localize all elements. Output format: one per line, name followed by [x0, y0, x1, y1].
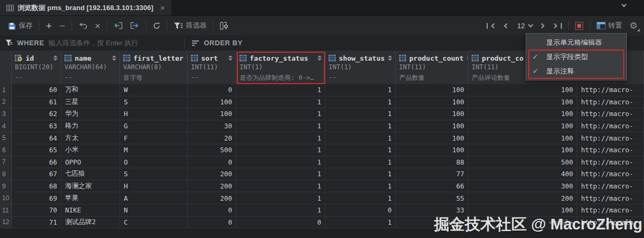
cell[interactable]: 万和 — [61, 84, 120, 96]
cell[interactable]: 100 — [396, 132, 468, 144]
row-number[interactable]: 5 — [0, 132, 12, 144]
cell[interactable]: H — [120, 108, 188, 120]
row-number[interactable]: 9 — [0, 180, 12, 192]
cell[interactable]: 60 — [12, 84, 61, 96]
cell[interactable]: 20 — [188, 132, 236, 144]
cell[interactable]: 300 — [468, 180, 577, 192]
cell[interactable]: http://macro- — [577, 168, 644, 180]
cell[interactable]: 1 — [325, 84, 396, 96]
column-header-product_count[interactable]: product_countINT(11)产品数量 — [396, 51, 468, 84]
prev-page-button[interactable] — [499, 19, 512, 32]
cell[interactable]: http://macro- — [577, 84, 644, 96]
sort-toggle-icon[interactable] — [112, 55, 117, 61]
sort-toggle-icon[interactable] — [388, 55, 393, 61]
row-number[interactable]: 8 — [0, 168, 12, 180]
cell[interactable]: S — [120, 96, 188, 108]
cell[interactable]: http://macro- — [577, 144, 644, 156]
sort-toggle-icon[interactable] — [228, 55, 234, 61]
cell[interactable]: 1 — [325, 157, 396, 168]
refresh-button[interactable] — [149, 19, 164, 32]
cell[interactable]: 三星 — [61, 96, 120, 108]
row-number[interactable]: 6 — [0, 144, 12, 156]
cell[interactable]: http://macro- — [577, 108, 644, 120]
menu-item-checked[interactable]: ✓显示字段类型 — [526, 50, 626, 64]
cell[interactable]: 1 — [236, 120, 325, 132]
cell[interactable]: 0 — [236, 217, 325, 228]
sort-toggle-icon[interactable] — [53, 55, 59, 61]
cell[interactable]: 100 — [396, 96, 468, 108]
last-page-button[interactable] — [549, 19, 566, 32]
cell[interactable]: 0 — [188, 204, 236, 216]
cell[interactable]: 海澜之家 — [61, 180, 120, 192]
cell[interactable]: 测试品牌2 — [61, 217, 120, 228]
cell[interactable]: http://macro- — [577, 120, 644, 132]
cell[interactable]: 1 — [325, 168, 396, 180]
cell[interactable]: http://macro- — [577, 180, 644, 192]
cell[interactable]: 55 — [396, 192, 468, 204]
cell[interactable]: 1 — [236, 96, 325, 108]
cell[interactable]: 100 — [188, 96, 236, 108]
undo-button[interactable] — [75, 19, 91, 32]
row-number[interactable]: 1 — [0, 84, 12, 96]
cell[interactable]: 200 — [468, 192, 577, 204]
tab-browse-data[interactable]: 浏览数据 pms_brand [192.168.3.101:3306] × — [0, 0, 171, 15]
add-row-button[interactable]: + — [42, 19, 55, 32]
cell[interactable]: 1 — [325, 120, 396, 132]
column-header-name[interactable]: nameVARCHAR(64)-- — [61, 51, 120, 84]
save-button[interactable]: 保存 — [4, 19, 36, 32]
cell[interactable]: F — [120, 132, 188, 144]
sort-toggle-icon[interactable] — [317, 55, 323, 61]
column-header-show_status[interactable]: show_statusINT(1)-- — [325, 51, 396, 84]
cell[interactable]: 500 — [468, 157, 577, 168]
cell[interactable]: 1 — [236, 132, 325, 144]
cell[interactable]: http://macro- — [577, 132, 644, 144]
cell[interactable]: N — [120, 204, 188, 216]
tab-list-chevron-down-icon[interactable] — [622, 2, 627, 7]
cell[interactable]: 66 — [12, 157, 61, 168]
cell[interactable]: 100 — [188, 108, 236, 120]
cell[interactable]: 100 — [468, 108, 577, 120]
cell[interactable]: 69 — [12, 192, 61, 204]
cell[interactable]: 0 — [188, 157, 236, 168]
tab-close-icon[interactable]: × — [160, 3, 165, 12]
page-size-dropdown[interactable]: 12 — [512, 19, 536, 32]
cell[interactable]: 100 — [396, 120, 468, 132]
filters-button[interactable]: 筛选器 — [170, 19, 210, 32]
cell[interactable]: 200 — [188, 192, 236, 204]
menu-item-plain[interactable]: 显示单元格编辑器 — [526, 35, 626, 50]
cell[interactable]: 1 — [236, 108, 325, 120]
cell[interactable]: 65 — [12, 144, 61, 156]
cell[interactable]: 63 — [12, 120, 61, 132]
cell[interactable]: 1 — [325, 217, 396, 228]
column-header-first_letter[interactable]: first_letterVARCHAR(8)首字母 — [120, 51, 188, 84]
cell[interactable]: 小米 — [61, 144, 120, 156]
cell[interactable]: M — [120, 144, 188, 156]
row-number[interactable]: 10 — [0, 192, 12, 204]
cell[interactable]: 方太 — [61, 132, 120, 144]
cell[interactable]: 30 — [188, 120, 236, 132]
cell[interactable]: S — [120, 168, 188, 180]
export-data-button[interactable] — [126, 19, 143, 32]
cell[interactable]: 1 — [325, 108, 396, 120]
order-by-input[interactable]: ORDER BY — [185, 39, 243, 47]
cell[interactable]: 100 — [396, 108, 468, 120]
cell[interactable]: G — [120, 120, 188, 132]
cancel-changes-button[interactable]: × — [91, 19, 104, 32]
cell[interactable]: 苹果 — [61, 192, 120, 204]
column-header-sort[interactable]: sortINT(11)-- — [188, 51, 236, 84]
cell[interactable]: 100 — [468, 96, 577, 108]
cell[interactable]: 61 — [12, 96, 61, 108]
cell[interactable]: 1 — [236, 144, 325, 156]
cell[interactable]: C — [120, 217, 188, 228]
cell[interactable]: 1 — [236, 168, 325, 180]
cell[interactable]: http://macro- — [577, 96, 644, 108]
cell[interactable]: 1 — [325, 132, 396, 144]
locate-column-button[interactable] — [216, 19, 233, 32]
cell[interactable]: 68 — [12, 180, 61, 192]
cell[interactable]: 100 — [396, 84, 468, 96]
row-number[interactable]: 11 — [0, 204, 12, 216]
cell[interactable]: 88 — [396, 157, 468, 168]
cell[interactable]: NIKE — [61, 204, 120, 216]
cell[interactable]: 华为 — [61, 108, 120, 120]
import-data-button[interactable] — [110, 19, 126, 32]
